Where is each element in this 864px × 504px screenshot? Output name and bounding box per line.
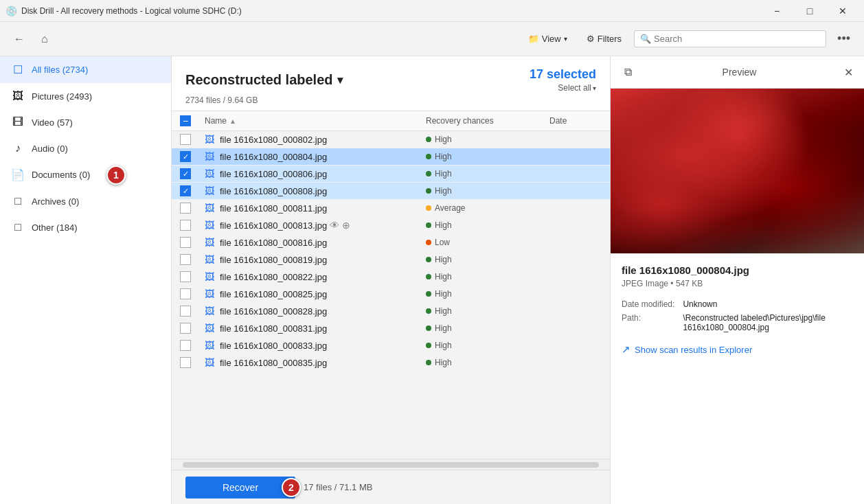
recovery-label: High bbox=[435, 289, 452, 299]
show-results-button[interactable]: ↗ Show scan results in Explorer bbox=[622, 343, 752, 356]
bottom-bar: Recover 17 files / 71.1 MB 2 bbox=[172, 470, 610, 504]
recovery-badge: High bbox=[426, 341, 538, 350]
file-checkbox[interactable] bbox=[180, 271, 191, 282]
file-name: file 1616x1080_000828.jpg bbox=[220, 306, 327, 317]
file-checkbox[interactable] bbox=[180, 357, 191, 368]
recovery-badge: High bbox=[426, 306, 538, 316]
sidebar-item-documents[interactable]: 📄 Documents (0) 1 bbox=[0, 161, 171, 188]
file-checkbox[interactable] bbox=[180, 203, 191, 214]
file-row[interactable]: 🖼 file 1616x1080_000811.jpg Average bbox=[172, 200, 610, 217]
file-row[interactable]: 🖼 file 1616x1080_000816.jpg Low bbox=[172, 234, 610, 251]
copy-icon[interactable]: ⧉ bbox=[622, 63, 635, 81]
select-all-checkbox[interactable] bbox=[180, 115, 191, 126]
file-name: file 1616x1080_000804.jpg bbox=[220, 152, 327, 162]
horizontal-scrollbar[interactable] bbox=[172, 459, 610, 470]
bottom-info: 17 files / 71.1 MB bbox=[304, 482, 372, 492]
recover-button[interactable]: Recover bbox=[185, 477, 295, 499]
minimize-button[interactable]: − bbox=[761, 0, 793, 22]
search-input[interactable] bbox=[654, 34, 820, 44]
recovery-dot bbox=[426, 325, 431, 331]
recovery-badge: High bbox=[426, 323, 538, 333]
file-name: file 1616x1080_000811.jpg bbox=[220, 203, 327, 214]
recovery-dot bbox=[426, 137, 431, 142]
file-checkbox[interactable] bbox=[180, 151, 191, 162]
file-row[interactable]: 🖼 file 1616x1080_000804.jpg High bbox=[172, 148, 610, 165]
file-row[interactable]: 🖼 file 1616x1080_000813.jpg 👁 ⊕ High bbox=[172, 217, 610, 234]
file-icon: 🖼 bbox=[205, 185, 214, 196]
file-checkbox[interactable] bbox=[180, 323, 191, 334]
home-button[interactable]: ⌂ bbox=[36, 30, 54, 48]
recovery-label: High bbox=[435, 220, 452, 230]
titlebar-controls: − □ ✕ bbox=[761, 0, 859, 22]
col-date-header: Date bbox=[544, 116, 599, 126]
content-header: Reconstructed labeled ▾ 17 selected Sele… bbox=[172, 56, 610, 111]
file-checkbox[interactable] bbox=[180, 168, 191, 179]
annotation-2: 2 bbox=[282, 478, 301, 497]
recovery-dot bbox=[426, 205, 431, 211]
close-button[interactable]: ✕ bbox=[827, 0, 859, 22]
file-checkbox[interactable] bbox=[180, 237, 191, 248]
toolbar-actions: 📁 View ▾ ⚙ Filters 🔍 ••• bbox=[521, 29, 856, 49]
view-button[interactable]: 📁 View ▾ bbox=[521, 30, 574, 48]
location-icon[interactable]: ⊕ bbox=[342, 220, 350, 231]
file-list: 🖼 file 1616x1080_000802.jpg High 🖼 file … bbox=[172, 131, 610, 459]
search-box: 🔍 bbox=[634, 30, 826, 47]
recovery-badge: High bbox=[426, 220, 538, 230]
audio-icon: ♪ bbox=[11, 142, 25, 154]
sort-icon: ▲ bbox=[229, 117, 236, 125]
preview-close-button[interactable]: ✕ bbox=[844, 66, 853, 79]
sidebar-item-other-label: Other (184) bbox=[32, 222, 77, 233]
sidebar-item-audio[interactable]: ♪ Audio (0) bbox=[0, 135, 171, 161]
file-checkbox[interactable] bbox=[180, 134, 191, 145]
file-row[interactable]: 🖼 file 1616x1080_000802.jpg High bbox=[172, 131, 610, 148]
preview-filename: file 1616x1080_000804.jpg bbox=[622, 264, 853, 276]
sidebar-item-pictures[interactable]: 🖼 Pictures (2493) bbox=[0, 83, 171, 109]
filters-button[interactable]: ⚙ Filters bbox=[580, 30, 628, 48]
file-name: file 1616x1080_000806.jpg bbox=[220, 169, 327, 179]
file-name: file 1616x1080_000831.jpg bbox=[220, 323, 327, 334]
preview-image-content bbox=[611, 89, 864, 253]
file-row[interactable]: 🖼 file 1616x1080_000822.jpg High bbox=[172, 268, 610, 286]
preview-icon[interactable]: 👁 bbox=[330, 220, 339, 231]
file-row[interactable]: 🖼 file 1616x1080_000808.jpg High bbox=[172, 183, 610, 200]
file-name: file 1616x1080_000833.jpg bbox=[220, 341, 327, 351]
file-row[interactable]: 🖼 file 1616x1080_000833.jpg High bbox=[172, 337, 610, 354]
file-icon: 🖼 bbox=[205, 306, 214, 317]
file-checkbox[interactable] bbox=[180, 340, 191, 351]
content-title[interactable]: Reconstructed labeled ▾ bbox=[185, 72, 343, 88]
file-name: file 1616x1080_000808.jpg bbox=[220, 186, 327, 196]
file-row[interactable]: 🖼 file 1616x1080_000828.jpg High bbox=[172, 303, 610, 320]
sidebar-item-all-files[interactable]: ☐ All files (2734) bbox=[0, 56, 171, 83]
recovery-dot bbox=[426, 360, 431, 365]
col-name-header[interactable]: Name ▲ bbox=[199, 116, 420, 126]
recovery-dot bbox=[426, 240, 431, 245]
more-button[interactable]: ••• bbox=[832, 29, 856, 49]
select-all[interactable]: Select all ▾ bbox=[558, 83, 596, 93]
sidebar-item-archives[interactable]: □ Archives (0) bbox=[0, 188, 171, 214]
file-list-container: Name ▲ Recovery chances Date 🖼 file 1616… bbox=[172, 111, 610, 470]
video-icon: 🎞 bbox=[11, 116, 25, 128]
recovery-label: High bbox=[435, 152, 452, 161]
maximize-button[interactable]: □ bbox=[794, 0, 826, 22]
recovery-badge: High bbox=[426, 186, 538, 196]
back-button[interactable]: ← bbox=[8, 30, 30, 48]
file-row[interactable]: 🖼 file 1616x1080_000819.jpg High bbox=[172, 251, 610, 268]
file-checkbox[interactable] bbox=[180, 254, 191, 265]
all-files-icon: ☐ bbox=[11, 63, 25, 76]
sidebar-item-pictures-label: Pictures (2493) bbox=[32, 91, 92, 102]
file-row[interactable]: 🖼 file 1616x1080_000825.jpg High bbox=[172, 286, 610, 303]
file-row[interactable]: 🖼 file 1616x1080_000835.jpg High bbox=[172, 354, 610, 371]
preview-header: ⧉ Preview ✕ bbox=[611, 56, 864, 89]
file-checkbox[interactable] bbox=[180, 306, 191, 317]
file-checkbox[interactable] bbox=[180, 220, 191, 231]
sidebar-item-other[interactable]: □ Other (184) bbox=[0, 214, 171, 240]
file-row[interactable]: 🖼 file 1616x1080_000831.jpg High bbox=[172, 320, 610, 337]
file-checkbox[interactable] bbox=[180, 288, 191, 299]
recovery-dot bbox=[426, 291, 431, 297]
file-checkbox[interactable] bbox=[180, 185, 191, 196]
preview-title: Preview bbox=[723, 67, 757, 78]
recovery-badge: High bbox=[426, 289, 538, 299]
selected-count: 17 selected bbox=[530, 67, 596, 82]
sidebar-item-video[interactable]: 🎞 Video (57) bbox=[0, 109, 171, 135]
file-row[interactable]: 🖼 file 1616x1080_000806.jpg High bbox=[172, 165, 610, 183]
